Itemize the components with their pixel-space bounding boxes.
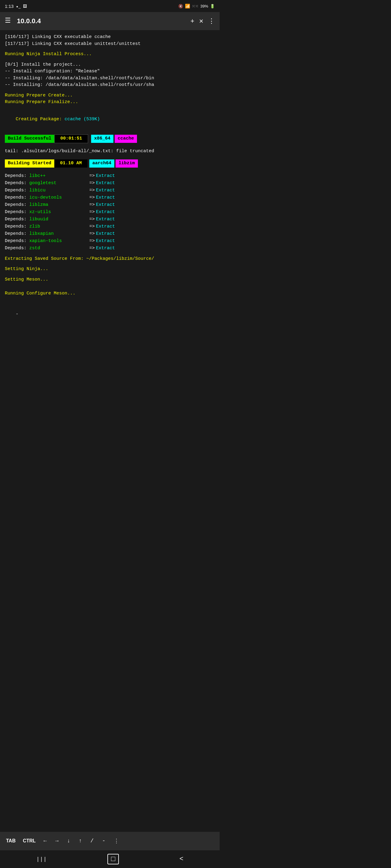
terminal-cursor-line: - [5, 304, 215, 325]
terminal-line-creating-package: Creating Package: ccache (539K) [5, 110, 215, 130]
arch-badge-x86: x86_64 [91, 135, 113, 143]
terminal-line-setting-meson: Setting Meson... [5, 276, 215, 283]
terminal-line: -- Installing: /data/data/alsultan.shell… [5, 82, 215, 89]
terminal-output: [116/117] Linking CXX executable ccache … [0, 30, 220, 392]
dep-row-icu-devtools: Depends: icu-devtools => Extract [5, 194, 215, 201]
cursor-indicator: - [16, 312, 19, 317]
terminal-line-prepare-create: Running Prepare Create... [5, 92, 215, 99]
status-time: 1:13 [5, 4, 13, 9]
arch-badge-aarch64: aarch64 [89, 159, 114, 167]
dep-row-libcpp: Depends: libc++ => Extract [5, 173, 215, 180]
dep-row-zlib: Depends: zlib => Extract [5, 223, 215, 230]
dep-row-libicu: Depends: libicu => Extract [5, 187, 215, 194]
build-started-time-badge: 01.10 AM [54, 159, 87, 167]
title-bar-right: + × ⋮ [190, 17, 215, 25]
close-button[interactable]: × [199, 17, 203, 25]
build-time-badge: 00:01:51 [54, 134, 88, 143]
signal-icon: ⁙⁙ [192, 4, 198, 8]
battery-text: 39% [200, 4, 208, 8]
building-started-row: Building Started 01.10 AM aarch64 libzim [5, 159, 215, 167]
terminal-line-setting-ninja: Setting Ninja... [5, 266, 215, 273]
terminal-line-prepare-finalize: Running Prepare Finalize... [5, 99, 215, 106]
title-bar: ☰ 10.0.0.4 + × ⋮ [0, 12, 220, 30]
terminal-line: -- Installing: /data/data/alsultan.shell… [5, 75, 215, 82]
terminal-status-icon: ⬥_ [16, 4, 21, 8]
building-started-badge: Building Started [5, 159, 54, 167]
image-status-icon: 🖼 [23, 4, 27, 8]
dep-row-liblzma: Depends: liblzma => Extract [5, 201, 215, 209]
wifi-icon: 📶 [185, 4, 190, 8]
terminal-line-tail: tail: .alsultan/logs/build-all/_now.txt:… [5, 148, 215, 155]
dep-row-googletest: Depends: googletest => Extract [5, 180, 215, 187]
connection-title: 10.0.0.4 [17, 17, 41, 25]
terminal-line-extract-source: Extracting Saved Source From: ~/Packages… [5, 255, 215, 262]
battery-icon: 🔋 [210, 4, 215, 8]
dep-row-xz-utils: Depends: xz-utils => Extract [5, 209, 215, 216]
terminal-line-ninja-install: Running Ninja Install Process... [5, 51, 215, 58]
title-bar-left: ☰ 10.0.0.4 [5, 17, 41, 25]
hamburger-icon[interactable]: ☰ [5, 18, 11, 24]
terminal-line: [0/1] Install the project... [5, 61, 215, 68]
status-right: 🔇 📶 ⁙⁙ 39% 🔋 [178, 4, 215, 8]
dep-row-xapian-tools: Depends: xapian-tools => Extract [5, 238, 215, 245]
mute-icon: 🔇 [178, 4, 183, 8]
status-left: 1:13 ⬥_ 🖼 [5, 4, 27, 9]
terminal-line: [117/117] Linking CXX executable unittes… [5, 41, 215, 48]
add-tab-button[interactable]: + [190, 17, 194, 25]
pkg-badge-ccache: ccache [115, 135, 137, 143]
status-bar: 1:13 ⬥_ 🖼 🔇 📶 ⁙⁙ 39% 🔋 [0, 0, 220, 12]
dep-row-libuuid: Depends: libuuid => Extract [5, 216, 215, 223]
build-success-row: Build Successful 00:01:51 x86_64 ccache [5, 134, 215, 143]
more-options-button[interactable]: ⋮ [208, 17, 215, 25]
terminal-line-configure-meson: Running Configure Meson... [5, 290, 215, 297]
terminal-line: -- Install configuration: "Release" [5, 68, 215, 75]
pkg-badge-libzim: libzim [116, 159, 138, 167]
dep-row-libxapian: Depends: libxapian => Extract [5, 230, 215, 238]
terminal-line: [116/117] Linking CXX executable ccache [5, 34, 215, 41]
dep-row-zstd: Depends: zstd => Extract [5, 245, 215, 252]
build-success-badge: Build Successful [5, 135, 54, 143]
